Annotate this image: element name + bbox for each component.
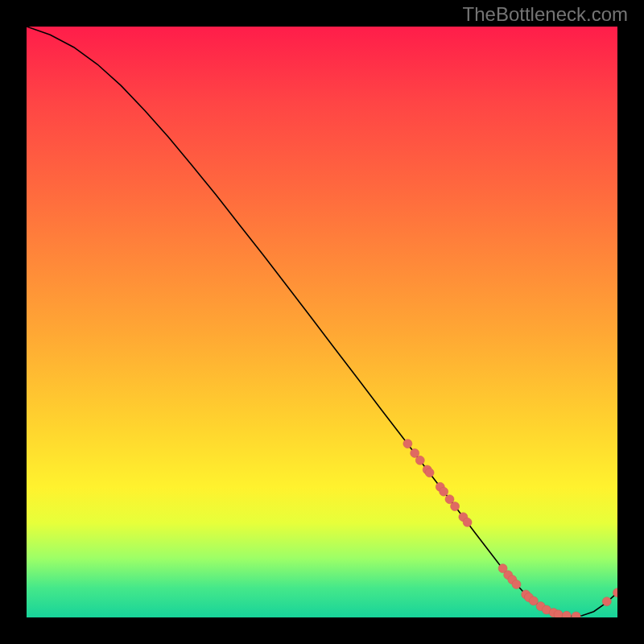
watermark-text: TheBottleneck.com [463, 3, 628, 26]
data-marker [425, 469, 434, 477]
data-marker [512, 580, 521, 588]
marker-group [403, 440, 617, 617]
data-marker [411, 448, 419, 457]
chart-frame: TheBottleneck.com [0, 0, 644, 644]
data-marker [451, 502, 460, 511]
data-marker [554, 610, 563, 617]
data-marker [440, 487, 448, 496]
bottleneck-curve [27, 27, 617, 617]
data-marker [403, 440, 412, 448]
data-marker [562, 611, 571, 617]
chart-overlay [27, 27, 617, 617]
data-marker [602, 597, 611, 606]
data-marker [572, 612, 580, 617]
data-marker [415, 456, 424, 464]
data-marker [463, 518, 472, 526]
